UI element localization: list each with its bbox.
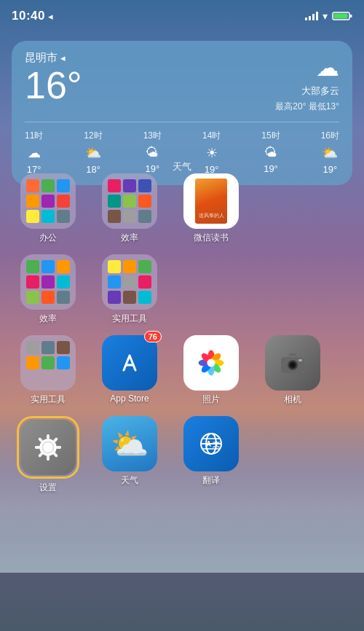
signal-icon bbox=[305, 12, 318, 20]
app-row-1: 办公 效率 追风筝的人 微信读书 bbox=[12, 173, 352, 244]
translate-app[interactable]: A 文 翻译 bbox=[175, 416, 248, 494]
appstore-icon-svg bbox=[115, 348, 144, 377]
weather-cloud-icon: ☁ bbox=[316, 54, 339, 82]
folder-office[interactable]: 办公 bbox=[12, 173, 84, 244]
app-row-3: 实用工具 76 App Store bbox=[12, 335, 352, 406]
settings-app[interactable]: 设置 bbox=[12, 416, 84, 494]
battery-icon bbox=[332, 11, 352, 21]
status-icons: ▾ bbox=[305, 10, 352, 22]
settings-icon-svg bbox=[32, 431, 64, 463]
app-row-2: 效率 实用工具 bbox=[12, 254, 352, 325]
folder-efficiency2[interactable]: 效率 bbox=[12, 254, 84, 325]
location-arrow: ◂ bbox=[60, 52, 66, 63]
appstore-label: App Store bbox=[110, 393, 149, 404]
appstore-badge: 76 bbox=[144, 331, 162, 342]
weather-temp: 16° bbox=[25, 66, 82, 104]
folder-tools2[interactable]: 实用工具 bbox=[12, 335, 84, 406]
svg-text:A: A bbox=[206, 440, 211, 448]
apps-area: 办公 效率 追风筝的人 微信读书 bbox=[12, 173, 352, 504]
weather-app-icon-item[interactable]: ⛅ 天气 bbox=[93, 416, 166, 494]
weather-range: 最高20° 最低13° bbox=[275, 101, 339, 113]
empty-slot-1 bbox=[175, 254, 248, 325]
status-bar: 10:40 ◂ ▾ bbox=[0, 0, 364, 32]
weather-widget-label: 天气 bbox=[0, 160, 364, 173]
weather-description: 大部多云 bbox=[301, 85, 339, 98]
photos-app[interactable]: 照片 bbox=[175, 335, 248, 406]
translate-icon-svg: A 文 bbox=[195, 428, 227, 460]
svg-rect-19 bbox=[47, 434, 50, 439]
folder-efficiency[interactable]: 效率 bbox=[93, 173, 166, 244]
svg-rect-1 bbox=[350, 15, 352, 17]
photos-icon-svg bbox=[194, 346, 228, 380]
svg-text:文: 文 bbox=[213, 440, 220, 448]
weather-app-icon-emoji: ⛅ bbox=[111, 426, 149, 462]
svg-rect-28 bbox=[35, 446, 40, 449]
svg-rect-2 bbox=[334, 14, 348, 19]
wifi-icon: ▾ bbox=[323, 10, 328, 22]
status-time: 10:40 bbox=[12, 9, 45, 23]
camera-icon-svg bbox=[278, 348, 307, 377]
svg-point-30 bbox=[44, 443, 52, 452]
svg-rect-17 bbox=[298, 359, 302, 361]
location-icon: ◂ bbox=[48, 11, 53, 22]
weather-city: 昆明市 ◂ bbox=[25, 51, 82, 65]
folder-tools[interactable]: 实用工具 bbox=[93, 254, 166, 325]
camera-app[interactable]: 相机 bbox=[256, 335, 329, 406]
svg-rect-26 bbox=[47, 455, 50, 460]
svg-point-16 bbox=[290, 363, 295, 367]
svg-rect-24 bbox=[56, 446, 61, 449]
wechat-read-app[interactable]: 追风筝的人 微信读书 bbox=[175, 173, 248, 244]
app-row-4: 设置 ⛅ 天气 A 文 bbox=[12, 416, 352, 494]
svg-point-11 bbox=[207, 358, 215, 367]
app-store-app[interactable]: 76 App Store bbox=[93, 335, 166, 406]
